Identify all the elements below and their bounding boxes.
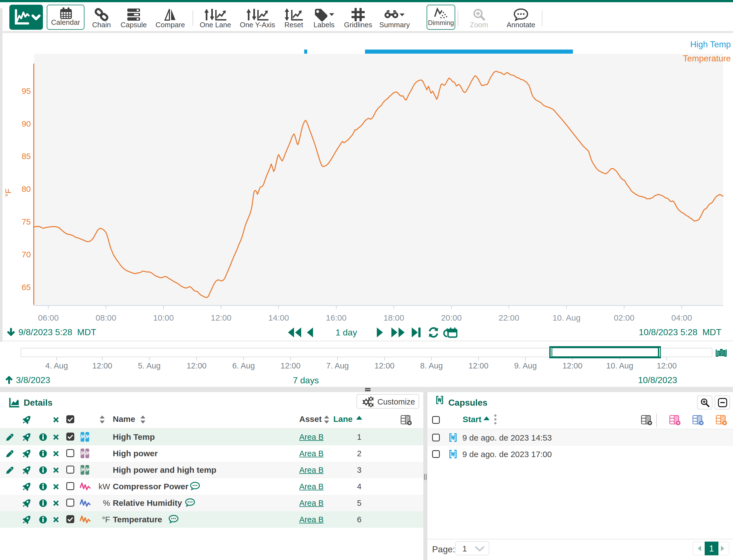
svg-text:65: 65 xyxy=(22,283,31,292)
svg-text:70: 70 xyxy=(22,250,31,259)
svg-text:95: 95 xyxy=(22,86,31,95)
svg-text:75: 75 xyxy=(22,217,31,226)
svg-text:80: 80 xyxy=(22,184,31,193)
svg-text:High Temp: High Temp xyxy=(690,40,731,49)
svg-text:85: 85 xyxy=(22,152,31,161)
svg-text:°F: °F xyxy=(4,189,13,197)
svg-text:Temperature: Temperature xyxy=(683,54,731,63)
svg-text:90: 90 xyxy=(22,119,31,128)
